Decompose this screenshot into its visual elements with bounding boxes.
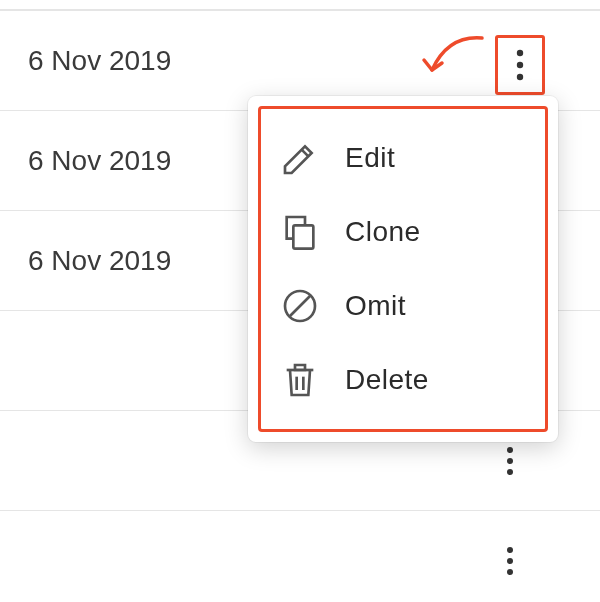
svg-line-11 xyxy=(290,296,310,316)
menu-item-label: Edit xyxy=(345,142,395,174)
svg-point-8 xyxy=(517,74,523,80)
svg-point-6 xyxy=(517,50,523,56)
more-vertical-icon xyxy=(516,48,524,82)
row-date: 6 Nov 2019 xyxy=(28,145,171,177)
pencil-icon xyxy=(277,135,323,181)
table-row xyxy=(0,510,600,602)
svg-point-7 xyxy=(517,62,523,68)
svg-point-4 xyxy=(507,558,513,564)
trash-icon xyxy=(277,357,323,403)
menu-item-label: Omit xyxy=(345,290,406,322)
svg-rect-9 xyxy=(293,225,313,248)
prohibit-icon xyxy=(277,283,323,329)
svg-point-3 xyxy=(507,547,513,553)
copy-icon xyxy=(277,209,323,255)
more-vertical-icon xyxy=(506,446,514,476)
row-actions-menu: Edit Clone Omit Delete xyxy=(248,96,558,442)
row-date: 6 Nov 2019 xyxy=(28,245,171,277)
menu-item-delete[interactable]: Delete xyxy=(267,343,539,417)
table-header-stub xyxy=(0,0,600,10)
menu-item-edit[interactable]: Edit xyxy=(267,121,539,195)
svg-point-5 xyxy=(507,569,513,575)
row-actions-button[interactable] xyxy=(490,541,530,581)
more-vertical-icon xyxy=(506,546,514,576)
menu-item-clone[interactable]: Clone xyxy=(267,195,539,269)
menu-item-omit[interactable]: Omit xyxy=(267,269,539,343)
menu-item-label: Clone xyxy=(345,216,421,248)
row-actions-button[interactable] xyxy=(490,441,530,481)
annotation-highlight-box: Edit Clone Omit Delete xyxy=(258,106,548,432)
row-actions-button-highlighted[interactable] xyxy=(495,35,545,95)
row-date: 6 Nov 2019 xyxy=(28,45,171,77)
svg-point-0 xyxy=(507,447,513,453)
svg-point-2 xyxy=(507,469,513,475)
menu-item-label: Delete xyxy=(345,364,429,396)
svg-point-1 xyxy=(507,458,513,464)
